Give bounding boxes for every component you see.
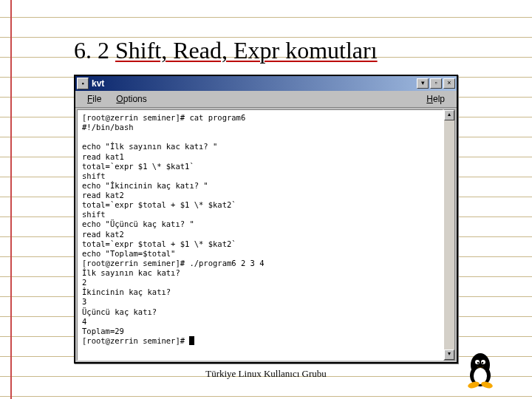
window-titlebar[interactable]: ▪ kvt ▾ ▫ × <box>75 76 457 91</box>
scroll-track[interactable] <box>444 120 454 349</box>
cursor-icon <box>189 336 194 345</box>
close-button[interactable]: × <box>443 78 455 89</box>
menubar: File Options Help <box>75 91 457 108</box>
scroll-down-button[interactable]: ▾ <box>444 349 454 360</box>
window-title: kvt <box>92 78 417 89</box>
menu-help[interactable]: Help <box>419 92 452 106</box>
svg-point-6 <box>482 362 484 364</box>
svg-point-3 <box>475 360 480 364</box>
footer-text: Türkiye Linux Kullanıcı Grubu <box>0 368 532 380</box>
slide-number: 6. 2 <box>74 37 109 64</box>
menu-options[interactable]: Options <box>109 92 154 106</box>
menu-file[interactable]: File <box>80 92 109 106</box>
slide-title: 6. 2 Shift, Read, Expr komutları <box>74 37 488 64</box>
terminal-output[interactable]: [root@zerrin seminer]# cat program6 #!/b… <box>77 109 443 361</box>
maximize-button[interactable]: ▫ <box>430 78 442 89</box>
minimize-button[interactable]: ▾ <box>417 78 429 89</box>
terminal-window: ▪ kvt ▾ ▫ × File Options Help [root@zerr… <box>74 75 458 364</box>
window-menu-icon[interactable]: ▪ <box>77 78 89 89</box>
svg-point-4 <box>481 360 485 364</box>
tux-icon <box>464 350 497 389</box>
scrollbar[interactable]: ▴ ▾ <box>443 109 455 361</box>
slide-heading: Shift, Read, Expr komutları <box>115 37 378 64</box>
scroll-up-button[interactable]: ▴ <box>444 110 454 120</box>
svg-point-5 <box>477 362 480 364</box>
